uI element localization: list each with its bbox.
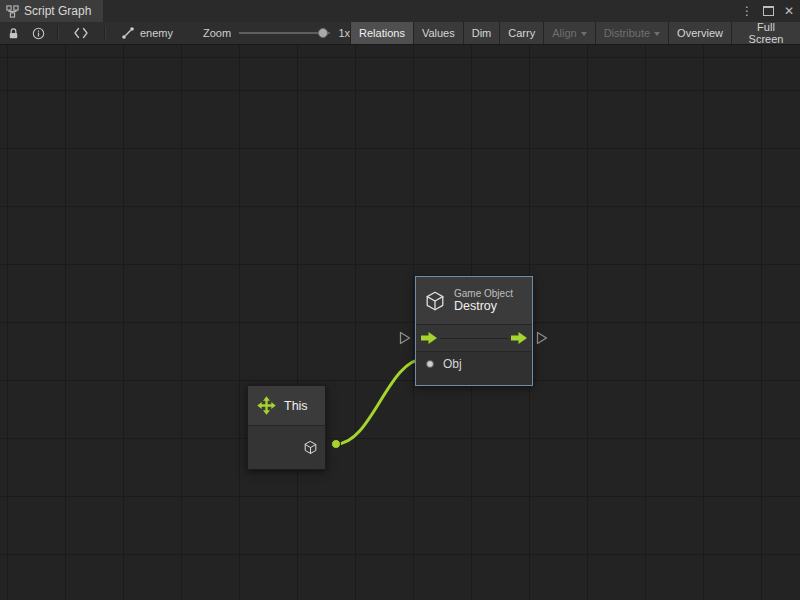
relation-line (440, 338, 508, 339)
code-icon[interactable] (74, 27, 88, 39)
maximize-glyph (763, 6, 774, 16)
relations-button[interactable]: Relations (350, 22, 413, 44)
obj-input-port[interactable] (426, 360, 434, 368)
align-button: Align (543, 22, 594, 44)
window-controls: ⋮ ✕ (741, 0, 794, 22)
tab-script-graph[interactable]: Script Graph (0, 0, 103, 22)
fullscreen-button[interactable]: Full Screen (731, 22, 800, 44)
window-menu-icon[interactable]: ⋮ (741, 0, 753, 22)
align-button-label: Align (552, 27, 576, 39)
node-destroy[interactable]: Game Object Destroy Obj (415, 276, 533, 386)
connection-edge[interactable] (336, 359, 424, 444)
distribute-button: Distribute (595, 22, 668, 44)
window-close-icon[interactable]: ✕ (784, 0, 794, 22)
script-graph-window: Script Graph ⋮ ✕ (0, 0, 800, 600)
game-object-cube-icon (303, 440, 318, 455)
values-button[interactable]: Values (413, 22, 463, 44)
carry-button[interactable]: Carry (499, 22, 543, 44)
graph-canvas[interactable]: Game Object Destroy Obj (0, 45, 800, 600)
tab-title: Script Graph (24, 4, 91, 18)
node-destroy-titles: Game Object Destroy (454, 288, 513, 314)
dropdown-caret-icon (581, 32, 587, 36)
toolbar-separator (57, 26, 58, 41)
zoom-slider[interactable] (239, 27, 330, 39)
dropdown-caret-icon (654, 32, 660, 36)
toolbar-separator (104, 26, 105, 41)
node-category: Game Object (454, 288, 513, 300)
graph-toolbar: enemy Zoom 1x Relations Values Dim Carry… (0, 22, 800, 45)
graph-breadcrumb-icon (121, 26, 135, 40)
overview-button[interactable]: Overview (668, 22, 731, 44)
dim-button[interactable]: Dim (463, 22, 500, 44)
zoom-label: Zoom (203, 27, 231, 39)
toolbar-buttons: Relations Values Dim Carry Align Distrib… (350, 22, 800, 44)
node-this-title: This (284, 399, 308, 413)
zoom-value: 1x (338, 27, 350, 39)
game-object-cube-icon (424, 290, 446, 312)
this-output-port[interactable] (331, 439, 341, 449)
graph-breadcrumb-label: enemy (140, 27, 173, 39)
control-output-triangle-icon[interactable] (536, 331, 548, 345)
control-input-port-icon[interactable] (421, 332, 437, 344)
connection-layer (0, 45, 800, 600)
node-destroy-header[interactable]: Game Object Destroy (416, 277, 532, 325)
distribute-button-label: Distribute (604, 27, 650, 39)
control-flow-row (416, 325, 532, 352)
zoom-slider-track[interactable] (239, 32, 330, 34)
control-input-triangle-icon[interactable] (399, 331, 411, 345)
graph-breadcrumb[interactable]: enemy (121, 26, 173, 40)
self-move-icon (256, 395, 277, 416)
script-graph-icon (6, 5, 19, 18)
node-title: Destroy (454, 299, 513, 313)
titlebar: Script Graph ⋮ ✕ (0, 0, 800, 23)
node-this-body (248, 426, 325, 469)
zoom-slider-handle[interactable] (318, 28, 328, 38)
lock-icon[interactable] (7, 27, 20, 40)
control-output-port-icon[interactable] (511, 332, 527, 344)
info-icon[interactable] (32, 27, 45, 40)
obj-port-label: Obj (443, 357, 462, 371)
window-maximize-icon[interactable] (763, 6, 774, 16)
node-this-header[interactable]: This (248, 386, 325, 426)
node-this[interactable]: This (247, 385, 326, 470)
obj-port-row: Obj (416, 352, 532, 385)
